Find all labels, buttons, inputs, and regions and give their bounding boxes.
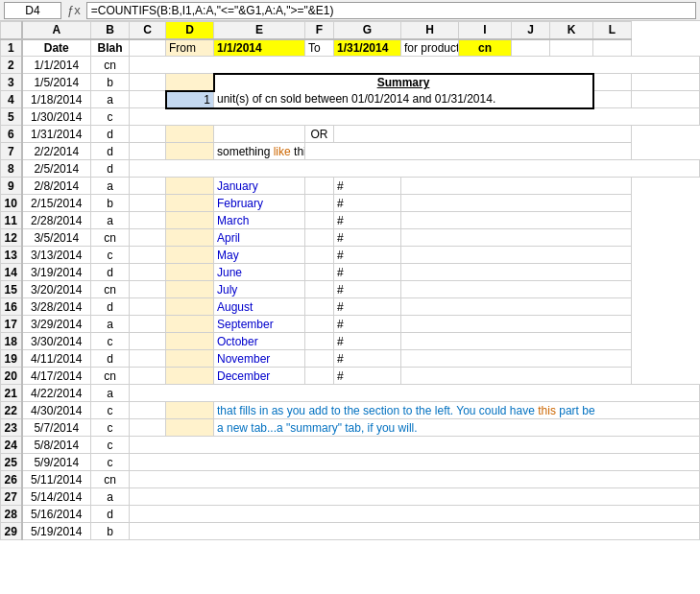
cell-b24[interactable]: c (91, 437, 130, 454)
cell-a6[interactable]: 1/31/2014 (22, 126, 91, 143)
col-header-a[interactable]: A (22, 22, 91, 39)
cell-d7[interactable] (166, 143, 214, 160)
cell-a21[interactable]: 4/22/2014 (22, 385, 91, 402)
cell-b21[interactable]: a (91, 385, 130, 402)
cell-g1[interactable]: 1/31/2014 (334, 39, 401, 57)
cell-a11[interactable]: 2/28/2014 (22, 212, 91, 229)
col-header-f[interactable]: F (305, 22, 334, 39)
cell-b16[interactable]: d (91, 298, 130, 316)
col-header-h[interactable]: H (401, 22, 459, 39)
cell-d11[interactable] (166, 212, 214, 229)
cell-b22[interactable]: c (91, 402, 130, 419)
cell-c14[interactable] (130, 264, 166, 281)
cell-c18[interactable] (130, 333, 166, 350)
cell-b3[interactable]: b (91, 74, 130, 91)
cell-c20[interactable] (130, 368, 166, 385)
cell-a12[interactable]: 3/5/2014 (22, 229, 91, 247)
cell-a25[interactable]: 5/9/2014 (22, 454, 91, 471)
cell-b9[interactable]: a (91, 178, 130, 195)
cell-a19[interactable]: 4/11/2014 (22, 350, 91, 368)
cell-b8[interactable]: d (91, 160, 130, 178)
cell-e6[interactable] (214, 126, 305, 143)
cell-c6[interactable] (130, 126, 166, 143)
cell-a15[interactable]: 3/20/2014 (22, 281, 91, 298)
cell-a26[interactable]: 5/11/2014 (22, 471, 91, 488)
cell-d22[interactable] (166, 402, 214, 419)
cell-a22[interactable]: 4/30/2014 (22, 402, 91, 419)
cell-a4[interactable]: 1/18/2014 (22, 91, 91, 108)
cell-c16[interactable] (130, 298, 166, 316)
cell-a5[interactable]: 1/30/2014 (22, 108, 91, 126)
cell-c17[interactable] (130, 316, 166, 333)
cell-b28[interactable]: d (91, 506, 130, 523)
cell-l1[interactable] (593, 39, 632, 57)
col-header-l[interactable]: L (593, 22, 632, 39)
cell-a10[interactable]: 2/15/2014 (22, 195, 91, 212)
cell-b14[interactable]: d (91, 264, 130, 281)
cell-c19[interactable] (130, 350, 166, 368)
cell-c7[interactable] (130, 143, 166, 160)
cell-a9[interactable]: 2/8/2014 (22, 178, 91, 195)
cell-a16[interactable]: 3/28/2014 (22, 298, 91, 316)
cell-b7[interactable]: d (91, 143, 130, 160)
cell-a8[interactable]: 2/5/2014 (22, 160, 91, 178)
cell-a14[interactable]: 3/19/2014 (22, 264, 91, 281)
cell-c4[interactable] (130, 91, 166, 108)
cell-d9[interactable] (166, 178, 214, 195)
cell-d1[interactable]: From (166, 39, 214, 57)
cell-a18[interactable]: 3/30/2014 (22, 333, 91, 350)
col-header-b[interactable]: B (91, 22, 130, 39)
col-header-i[interactable]: I (459, 22, 512, 39)
cell-d16[interactable] (166, 298, 214, 316)
cell-d17[interactable] (166, 316, 214, 333)
cell-b4[interactable]: a (91, 91, 130, 108)
cell-a27[interactable]: 5/14/2014 (22, 488, 91, 506)
cell-c11[interactable] (130, 212, 166, 229)
cell-b1[interactable]: Blah (91, 39, 130, 57)
cell-c12[interactable] (130, 229, 166, 247)
cell-a20[interactable]: 4/17/2014 (22, 368, 91, 385)
cell-c15[interactable] (130, 281, 166, 298)
cell-d14[interactable] (166, 264, 214, 281)
cell-a28[interactable]: 5/16/2014 (22, 506, 91, 523)
cell-b15[interactable]: cn (91, 281, 130, 298)
col-header-e[interactable]: E (214, 22, 305, 39)
cell-a7[interactable]: 2/2/2014 (22, 143, 91, 160)
cell-b23[interactable]: c (91, 419, 130, 437)
cell-b25[interactable]: c (91, 454, 130, 471)
cell-d4[interactable]: 1 (166, 91, 214, 108)
cell-b5[interactable]: c (91, 108, 130, 126)
cell-b19[interactable]: d (91, 350, 130, 368)
cell-a29[interactable]: 5/19/2014 (22, 523, 91, 540)
cell-f1[interactable]: To (305, 39, 334, 57)
cell-c23[interactable] (130, 419, 166, 437)
formula-input[interactable] (86, 2, 696, 19)
cell-b20[interactable]: cn (91, 368, 130, 385)
cell-reference-box[interactable] (4, 2, 61, 19)
cell-j1[interactable] (512, 39, 550, 57)
cell-c3[interactable] (130, 74, 166, 91)
cell-b18[interactable]: c (91, 333, 130, 350)
cell-c9[interactable] (130, 178, 166, 195)
cell-d19[interactable] (166, 350, 214, 368)
cell-e1[interactable]: 1/1/2014 (214, 39, 305, 57)
cell-b2[interactable]: cn (91, 57, 130, 74)
cell-b12[interactable]: cn (91, 229, 130, 247)
cell-d15[interactable] (166, 281, 214, 298)
cell-c22[interactable] (130, 402, 166, 419)
cell-a23[interactable]: 5/7/2014 (22, 419, 91, 437)
cell-a1[interactable]: Date (22, 39, 91, 57)
cell-b6[interactable]: d (91, 126, 130, 143)
cell-d3[interactable] (166, 74, 214, 91)
cell-c1[interactable] (130, 39, 166, 57)
cell-d6[interactable] (166, 126, 214, 143)
cell-b11[interactable]: a (91, 212, 130, 229)
cell-b13[interactable]: c (91, 247, 130, 264)
cell-h1[interactable]: for product (401, 39, 459, 57)
cell-b17[interactable]: a (91, 316, 130, 333)
cell-b27[interactable]: a (91, 488, 130, 506)
cell-a17[interactable]: 3/29/2014 (22, 316, 91, 333)
cell-i1[interactable]: cn (459, 39, 512, 57)
cell-a24[interactable]: 5/8/2014 (22, 437, 91, 454)
cell-c10[interactable] (130, 195, 166, 212)
